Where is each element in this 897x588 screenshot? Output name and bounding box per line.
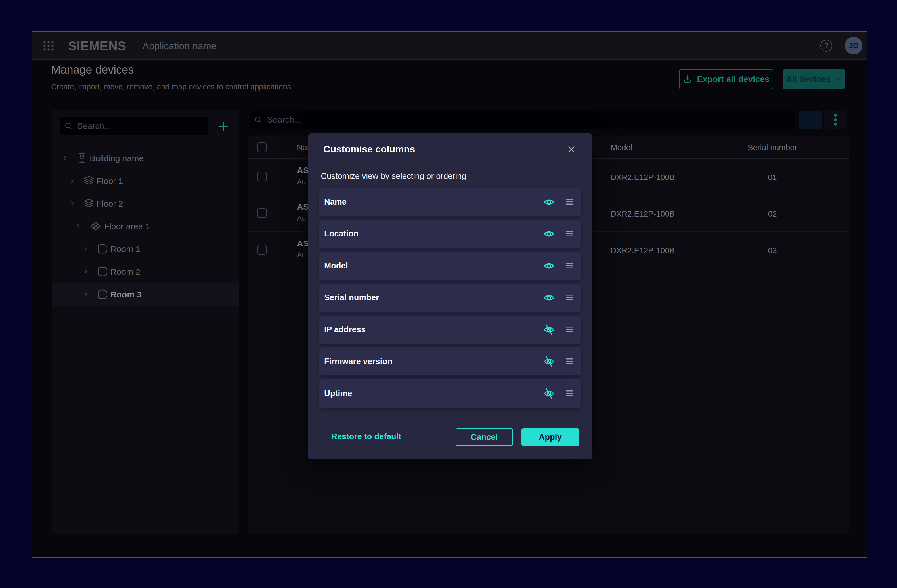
building-icon (76, 152, 88, 164)
column-header-serial[interactable]: Serial number (730, 143, 815, 152)
help-icon[interactable]: ? (820, 40, 832, 52)
top-bar: SIEMENS Application name ? JD (32, 32, 866, 60)
page-title: Manage devices (51, 63, 134, 76)
eye-icon[interactable] (543, 292, 555, 304)
column-card-label: Serial number (324, 284, 379, 312)
room-icon (96, 243, 109, 255)
tree-item-floor-2[interactable]: Floor 2 (52, 192, 239, 215)
chevron-down-icon (834, 75, 842, 83)
modal-subtitle: Customize view by selecting or ordering (321, 171, 466, 181)
apply-button[interactable]: Apply (522, 428, 579, 446)
eye-off-icon[interactable] (543, 324, 555, 336)
floor-icon (83, 175, 95, 187)
tree-item-floor-area-1[interactable]: Floor area 1 (52, 215, 239, 238)
drag-handle-icon[interactable] (565, 324, 575, 334)
download-icon (683, 74, 692, 84)
avatar[interactable]: JD (845, 37, 862, 55)
tree-item-label: Room 3 (110, 290, 142, 299)
app-launcher-icon[interactable] (42, 39, 55, 52)
device-model: DXR2.E12P-100B (611, 173, 675, 182)
column-header-model[interactable]: Model (611, 143, 632, 152)
export-all-devices-button[interactable]: Export all devices (679, 69, 773, 89)
floor-icon (83, 197, 95, 209)
device-serial: 01 (730, 173, 815, 182)
column-card-label: Name (324, 188, 347, 216)
tree-item-room-2[interactable]: Room 2 (52, 260, 239, 283)
search-icon (64, 122, 73, 130)
chevron-right-icon[interactable] (75, 223, 81, 229)
drag-handle-icon[interactable] (565, 228, 575, 239)
tree-item-label: Room 1 (110, 244, 140, 254)
device-serial: 02 (730, 209, 815, 218)
application-name: Application name (142, 40, 217, 51)
customise-columns-button[interactable] (799, 111, 822, 128)
cancel-button[interactable]: Cancel (456, 428, 513, 446)
scope-label: All devices (786, 74, 831, 84)
room-icon (96, 266, 109, 278)
row-checkbox[interactable] (257, 208, 267, 218)
tree-item-label: Floor 1 (96, 176, 123, 186)
drag-handle-icon[interactable] (565, 261, 575, 271)
column-card-firmware-version[interactable]: Firmware version (319, 347, 581, 376)
device-search-input[interactable] (266, 115, 791, 125)
chevron-right-icon[interactable] (82, 246, 89, 252)
drag-handle-icon[interactable] (565, 197, 575, 207)
row-checkbox[interactable] (257, 172, 267, 181)
modal-title: Customise columns (323, 144, 415, 155)
column-card-model[interactable]: Model (319, 252, 581, 280)
export-label: Export all devices (697, 74, 769, 84)
column-card-uptime[interactable]: Uptime (319, 379, 581, 408)
column-card-label: Model (324, 252, 348, 280)
device-search (250, 111, 795, 128)
column-card-location[interactable]: Location (319, 220, 581, 248)
eye-icon[interactable] (543, 260, 555, 272)
tree-search-input[interactable] (77, 121, 204, 131)
tree-item-floor-1[interactable]: Floor 1 (52, 170, 239, 192)
tree-item-building[interactable]: Building name (52, 147, 239, 170)
row-checkbox[interactable] (257, 245, 267, 255)
device-name: AS (297, 202, 309, 212)
drag-handle-icon[interactable] (565, 292, 575, 302)
eye-off-icon[interactable] (543, 388, 555, 400)
device-location: Au (297, 250, 306, 260)
chevron-right-icon[interactable] (82, 291, 89, 298)
tree-item-label: Floor area 1 (104, 221, 150, 231)
eye-icon[interactable] (543, 228, 555, 240)
all-devices-dropdown[interactable]: All devices (783, 69, 845, 89)
device-serial: 03 (730, 246, 815, 255)
app-window: SIEMENS Application name ? JD Manage dev… (32, 31, 867, 557)
close-icon[interactable] (566, 144, 576, 154)
search-icon (254, 116, 263, 124)
location-tree-panel: Building name Floor 1 Floor 2 (52, 110, 239, 535)
page-subtitle: Create, import, move, remove, and map de… (51, 82, 293, 92)
column-card-serial-number[interactable]: Serial number (319, 284, 581, 312)
drag-handle-icon[interactable] (565, 388, 575, 399)
device-model: DXR2.E12P-100B (611, 209, 675, 218)
chevron-right-icon[interactable] (62, 155, 69, 161)
column-card-name[interactable]: Name (319, 188, 581, 216)
column-card-ip-address[interactable]: IP address (319, 316, 581, 344)
device-model: DXR2.E12P-100B (611, 246, 675, 255)
chevron-right-icon[interactable] (69, 200, 75, 206)
column-card-label: Uptime (324, 379, 352, 408)
drag-handle-icon[interactable] (565, 356, 575, 367)
restore-to-default-link[interactable]: Restore to default (331, 432, 401, 441)
tree-search (60, 117, 208, 135)
siemens-logo: SIEMENS (68, 39, 126, 53)
device-name: AS (297, 239, 309, 248)
tree-item-room-3-selected[interactable]: Room 3 (52, 283, 239, 306)
eye-off-icon[interactable] (543, 356, 555, 368)
tree-item-room-1[interactable]: Room 1 (52, 238, 239, 260)
column-card-label: Location (324, 220, 358, 248)
select-all-checkbox[interactable] (257, 142, 267, 152)
column-card-label: Firmware version (324, 347, 392, 376)
eye-icon[interactable] (543, 196, 555, 208)
more-actions-button[interactable] (824, 111, 847, 128)
chevron-right-icon[interactable] (82, 269, 89, 275)
device-location: Au (297, 214, 306, 223)
chevron-right-icon[interactable] (69, 178, 75, 184)
device-location: Au (297, 177, 306, 186)
column-card-label: IP address (324, 316, 366, 344)
tree-item-label: Floor 2 (96, 199, 123, 209)
add-location-button[interactable] (217, 120, 230, 132)
